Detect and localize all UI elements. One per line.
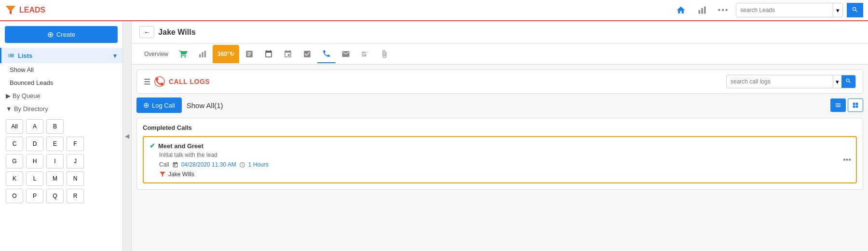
dir-btn-q[interactable]: Q bbox=[46, 189, 64, 203]
dir-btn-k[interactable]: K bbox=[6, 171, 23, 186]
by-queue-header[interactable]: ▶ By Queue bbox=[0, 89, 122, 102]
back-button[interactable]: ← bbox=[139, 26, 154, 38]
svg-rect-5 bbox=[199, 54, 201, 57]
plus-icon: ⊕ bbox=[143, 101, 149, 110]
call-title-text: Meet and Greet bbox=[158, 142, 203, 150]
log-call-left: ⊕ Log Call Show All(1) bbox=[136, 98, 223, 113]
call-logs-search-input[interactable] bbox=[727, 78, 833, 85]
tab-pin[interactable] bbox=[279, 45, 297, 63]
home-button[interactable] bbox=[672, 1, 690, 19]
dir-btn-all[interactable]: All bbox=[6, 119, 23, 134]
list-view-button[interactable] bbox=[830, 98, 846, 112]
call-lead: Jake Wills bbox=[149, 171, 850, 178]
tabs-bar: Overview 360°↻ bbox=[132, 43, 868, 65]
search-icon bbox=[852, 6, 858, 13]
tab-phone[interactable] bbox=[317, 45, 336, 63]
chevron-down-icon: ▾ bbox=[836, 78, 839, 85]
call-label: Call bbox=[159, 161, 169, 168]
sidebar-collapse-btn[interactable]: ◀ bbox=[123, 21, 132, 251]
grid-view-button[interactable] bbox=[848, 98, 863, 112]
call-logs-phone-circle-icon bbox=[154, 76, 165, 87]
dir-btn-c[interactable]: C bbox=[6, 137, 23, 151]
lead-name: Jake Wills bbox=[158, 28, 195, 37]
more-options-button[interactable]: ••• bbox=[715, 1, 732, 19]
dir-btn-p[interactable]: P bbox=[26, 189, 43, 203]
call-logs-header: ☰ CALL LOGS ▾ bbox=[136, 70, 863, 94]
tab-calendar-31[interactable] bbox=[259, 45, 278, 63]
more-icon: ••• bbox=[718, 6, 729, 14]
call-date: 04/28/2020 11:30 AM bbox=[181, 161, 236, 168]
leads-search-dropdown[interactable]: ▾ bbox=[833, 3, 842, 17]
phone-icon bbox=[322, 49, 331, 58]
call-item-more-button[interactable]: ••• bbox=[843, 155, 851, 164]
lists-section-header[interactable]: Lists ▾ bbox=[0, 48, 122, 63]
create-label: Create bbox=[56, 31, 75, 38]
search-icon bbox=[845, 78, 852, 84]
call-duration: 1 Hours bbox=[248, 161, 269, 168]
log-call-button[interactable]: ⊕ Log Call bbox=[136, 98, 182, 113]
bounced-leads-link[interactable]: Bounced Leads bbox=[0, 76, 122, 89]
notes-icon bbox=[361, 50, 369, 58]
analytics-icon bbox=[198, 50, 207, 58]
dir-btn-i[interactable]: I bbox=[46, 154, 64, 168]
call-logs-search-dropdown[interactable]: ▾ bbox=[833, 75, 841, 88]
dir-btn-h[interactable]: H bbox=[26, 154, 43, 168]
leads-logo-icon bbox=[5, 4, 16, 16]
leads-search-go-button[interactable] bbox=[847, 3, 863, 17]
grid-view-icon bbox=[852, 102, 859, 109]
cart-icon bbox=[179, 50, 188, 58]
call-clock-icon bbox=[239, 162, 245, 168]
check-icon: ✔ bbox=[149, 142, 155, 150]
tab-attachment[interactable] bbox=[375, 45, 393, 63]
chart-button[interactable] bbox=[693, 1, 711, 19]
calendar-icon bbox=[264, 50, 273, 58]
app-title: LEADS bbox=[19, 6, 45, 14]
dir-btn-j[interactable]: J bbox=[67, 154, 84, 168]
main-layout: ⊕ Create Lists ▾ Show All Bounced Leads … bbox=[0, 21, 868, 251]
email-icon bbox=[341, 50, 350, 58]
completed-calls-title: Completed Calls bbox=[143, 124, 857, 131]
call-logs-search-go-button[interactable] bbox=[841, 75, 855, 88]
dir-btn-n[interactable]: N bbox=[67, 171, 84, 186]
svg-rect-6 bbox=[202, 52, 203, 57]
create-button[interactable]: ⊕ Create bbox=[5, 26, 118, 43]
tab-email[interactable] bbox=[337, 45, 355, 63]
dir-btn-d[interactable]: D bbox=[26, 137, 43, 151]
dir-btn-f[interactable]: F bbox=[67, 137, 84, 151]
tab-doc[interactable] bbox=[240, 45, 258, 63]
svg-rect-3 bbox=[701, 8, 703, 14]
show-all-count: Show All(1) bbox=[187, 101, 223, 110]
call-item: ✔ Meet and Greet Initial talk with the l… bbox=[143, 136, 857, 183]
dir-btn-b[interactable]: B bbox=[46, 119, 64, 134]
dir-btn-m[interactable]: M bbox=[46, 171, 64, 186]
svg-marker-9 bbox=[160, 172, 165, 177]
tab-overview[interactable]: Overview bbox=[139, 45, 173, 63]
call-lead-funnel-icon bbox=[159, 171, 166, 178]
tab-360[interactable]: 360°↻ bbox=[213, 45, 239, 63]
top-nav-icons: ••• ▾ bbox=[672, 1, 863, 19]
tab-cart[interactable] bbox=[174, 45, 192, 63]
leads-search-input[interactable] bbox=[736, 7, 833, 14]
tab-notes[interactable] bbox=[356, 45, 374, 63]
tab-checkbox[interactable] bbox=[298, 45, 316, 63]
dir-btn-a[interactable]: A bbox=[26, 119, 43, 134]
attachment-icon bbox=[380, 50, 389, 58]
svg-rect-2 bbox=[699, 10, 700, 14]
dir-btn-g[interactable]: G bbox=[6, 154, 23, 168]
dir-btn-l[interactable]: L bbox=[26, 171, 43, 186]
top-nav: LEADS ••• ▾ bbox=[0, 0, 868, 21]
calls-card: Completed Calls ✔ Meet and Greet Initial… bbox=[136, 118, 863, 190]
tab-chart[interactable] bbox=[193, 45, 212, 63]
plus-icon: ⊕ bbox=[47, 30, 54, 39]
by-directory-header[interactable]: ▼ By Directory bbox=[0, 102, 122, 115]
by-directory-expand-icon: ▼ bbox=[6, 105, 12, 112]
lists-icon bbox=[7, 52, 15, 59]
show-all-link[interactable]: Show All bbox=[0, 63, 122, 76]
svg-rect-7 bbox=[204, 51, 206, 57]
home-icon bbox=[676, 5, 686, 15]
directory-grid: All A B C D E F G H I J K L M N bbox=[0, 115, 122, 210]
dir-btn-r[interactable]: R bbox=[67, 189, 84, 203]
dir-btn-o[interactable]: O bbox=[6, 189, 23, 203]
dir-btn-e[interactable]: E bbox=[46, 137, 64, 151]
hamburger-menu-icon[interactable]: ☰ bbox=[144, 77, 150, 86]
